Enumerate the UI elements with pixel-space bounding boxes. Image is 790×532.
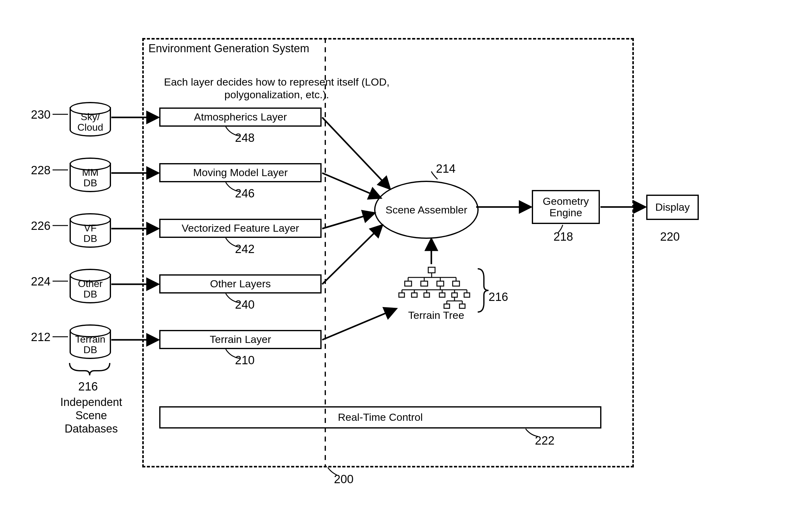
db-vf-label: VF DB bbox=[70, 223, 111, 244]
ref-242: 242 bbox=[235, 243, 255, 256]
ref-212: 212 bbox=[31, 330, 50, 344]
terrain-tree-label: Terrain Tree bbox=[408, 309, 464, 322]
ref-228: 228 bbox=[31, 164, 50, 177]
db-other: Other DB bbox=[70, 269, 111, 303]
db-group-label: Independent Scene Databases bbox=[50, 396, 133, 436]
display-box: Display bbox=[646, 195, 699, 220]
ref-248: 248 bbox=[235, 131, 255, 145]
layer-terrain: Terrain Layer bbox=[159, 330, 321, 349]
db-mm-label: MM DB bbox=[70, 168, 111, 188]
scene-assembler: Scene Assembler bbox=[374, 181, 479, 239]
ref-216-tree: 216 bbox=[489, 290, 508, 304]
db-vf: VF DB bbox=[70, 213, 111, 248]
ref-224: 224 bbox=[31, 275, 50, 288]
db-mm: MM DB bbox=[70, 157, 111, 192]
ref-226: 226 bbox=[31, 220, 50, 233]
ref-246: 246 bbox=[235, 187, 255, 200]
db-terrain: Terrain DB bbox=[70, 324, 111, 359]
ref-222: 222 bbox=[535, 434, 554, 448]
ref-214: 214 bbox=[436, 162, 456, 175]
layer-other: Other Layers bbox=[159, 274, 321, 293]
frame-title: Environment Generation System bbox=[148, 42, 309, 55]
real-time-control: Real-Time Control bbox=[159, 406, 601, 429]
ref-200: 200 bbox=[334, 473, 353, 486]
db-other-label: Other DB bbox=[70, 279, 111, 299]
db-sky-cloud: Sky/ Cloud bbox=[70, 102, 111, 136]
db-sky-label: Sky/ Cloud bbox=[70, 112, 111, 133]
ref-220: 220 bbox=[660, 230, 680, 244]
ref-210: 210 bbox=[235, 354, 255, 367]
ref-240: 240 bbox=[235, 298, 255, 311]
ref-230: 230 bbox=[31, 108, 50, 121]
ref-216-dbs: 216 bbox=[78, 380, 98, 393]
layer-vectorized-feature: Vectorized Feature Layer bbox=[159, 219, 321, 238]
db-terrain-label: Terrain DB bbox=[70, 334, 111, 355]
layer-atmospherics: Atmospherics Layer bbox=[159, 108, 321, 127]
layer-note: Each layer decides how to represent itse… bbox=[164, 76, 390, 101]
layer-moving-model: Moving Model Layer bbox=[159, 163, 321, 182]
system-frame bbox=[142, 38, 634, 468]
geometry-engine: Geometry Engine bbox=[532, 190, 600, 224]
ref-218: 218 bbox=[553, 230, 573, 244]
